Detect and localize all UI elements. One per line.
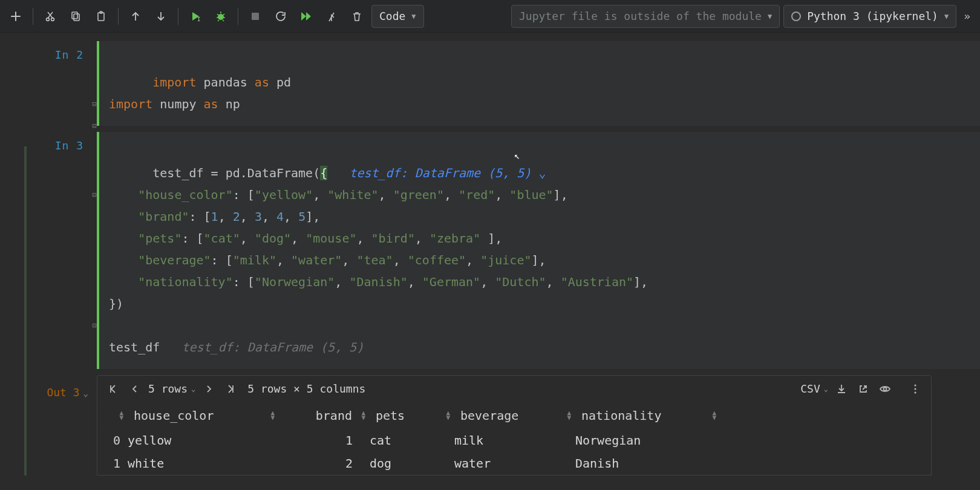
- cell-value: milk: [454, 433, 575, 448]
- output-toolbar: 5 rows⌄ 5 rows × 5 columns CSV⌄: [97, 376, 931, 402]
- cut-button[interactable]: [39, 5, 61, 27]
- svg-point-9: [884, 387, 887, 390]
- page-next-button[interactable]: [200, 381, 217, 397]
- run-cell-button[interactable]: I: [185, 5, 206, 27]
- cell-value: dog: [370, 456, 454, 471]
- svg-rect-4: [98, 13, 104, 21]
- prompt-label: In 3: [0, 132, 97, 369]
- separator: [33, 8, 33, 25]
- open-new-button[interactable]: [855, 381, 872, 397]
- chevron-down-icon: ▼: [768, 12, 772, 21]
- mouse-cursor-icon: ↖: [514, 145, 520, 167]
- sort-icon: ▲▼: [712, 411, 716, 420]
- fold-gutter[interactable]: ⊟⊟: [90, 184, 99, 336]
- sort-icon: ▲▼: [119, 411, 123, 420]
- cell-value: 2: [279, 456, 370, 471]
- kernel-idle-icon: [791, 11, 801, 21]
- cell-value: Danish: [575, 456, 720, 471]
- download-button[interactable]: [833, 381, 850, 397]
- chevron-down-icon: ⌄: [824, 385, 828, 393]
- table-header: ▲▼ house_color▲▼ brand▲▼ pets▲▼ beverage…: [97, 402, 931, 429]
- svg-rect-3: [74, 14, 79, 21]
- code-editor[interactable]: ⊟⊟import pandas as pd import numpy as np: [99, 41, 980, 126]
- cell-type-dropdown[interactable]: Code▼: [371, 5, 424, 28]
- chevron-down-icon[interactable]: ⌄: [83, 388, 88, 398]
- table-row[interactable]: 0 yellow 1 cat milk Norwegian: [97, 429, 931, 452]
- column-header[interactable]: beverage▲▼: [454, 402, 575, 428]
- sort-icon: ▲▼: [361, 411, 365, 420]
- dataframe-output: 5 rows⌄ 5 rows × 5 columns CSV⌄ ▲▼ house…: [97, 375, 932, 475]
- svg-text:I: I: [197, 16, 200, 22]
- separator: [178, 8, 178, 25]
- cell-out-3: Out 3⌄ 5 rows⌄ 5 rows × 5 columns CSV⌄ ▲…: [0, 375, 980, 475]
- page-last-button[interactable]: [222, 381, 239, 397]
- column-header[interactable]: brand▲▼: [279, 402, 370, 428]
- execution-indicator: [24, 146, 27, 475]
- toolbar-overflow-button[interactable]: »: [960, 10, 975, 22]
- rows-dropdown[interactable]: 5 rows⌄: [148, 382, 195, 395]
- add-cell-button[interactable]: [5, 5, 27, 27]
- column-header[interactable]: pets▲▼: [370, 402, 454, 428]
- cell-value: white: [128, 456, 279, 471]
- page-first-button[interactable]: [105, 381, 122, 397]
- copy-button[interactable]: [65, 5, 87, 27]
- delete-cell-button[interactable]: [346, 5, 368, 27]
- column-header[interactable]: house_color▲▼: [128, 402, 279, 428]
- show-hide-button[interactable]: [877, 381, 893, 397]
- notebook-area: ✔ In 2 ⊟⊟import pandas as pd import nump…: [0, 33, 980, 475]
- chevron-down-icon: ⌄: [191, 385, 195, 393]
- column-index[interactable]: ▲▼: [97, 402, 128, 428]
- svg-rect-8: [252, 13, 259, 20]
- sort-icon: ▲▼: [446, 411, 450, 420]
- cell-in-2[interactable]: In 2 ⊟⊟import pandas as pd import numpy …: [0, 41, 980, 126]
- cell-type-label: Code: [379, 10, 405, 22]
- debug-cell-button[interactable]: [210, 5, 232, 27]
- cell-idx: 0: [97, 433, 128, 448]
- column-header[interactable]: nationality▲▼: [575, 402, 720, 428]
- module-status-dropdown[interactable]: Jupyter file is outside of the module▼: [511, 5, 780, 28]
- module-status-label: Jupyter file is outside of the module: [519, 10, 762, 22]
- cell-value: Norwegian: [575, 433, 720, 448]
- rows-summary: 5 rows × 5 columns: [247, 382, 365, 395]
- cell-value: 1: [279, 433, 370, 448]
- svg-rect-2: [72, 12, 77, 19]
- separator: [118, 8, 119, 25]
- more-options-button[interactable]: [907, 381, 924, 397]
- separator: [238, 8, 238, 25]
- prompt-label: Out 3⌄: [0, 375, 97, 475]
- svg-point-12: [914, 391, 916, 393]
- cell-value: cat: [370, 433, 454, 448]
- table-row[interactable]: 1 white 2 dog water Danish: [97, 452, 931, 475]
- interrupt-button[interactable]: [244, 5, 266, 27]
- clear-outputs-button[interactable]: [321, 5, 342, 27]
- notebook-toolbar: I Code▼ Jupyter file is outside of the m…: [0, 0, 980, 33]
- prompt-label: In 2: [0, 41, 97, 126]
- inline-hint[interactable]: test_df: DataFrame (5, 5) ⌄: [349, 166, 546, 180]
- run-all-button[interactable]: [295, 5, 317, 27]
- move-down-button[interactable]: [150, 5, 172, 27]
- code-editor[interactable]: ⊟⊟test_df = pd.DataFrame({ test_df: Data…: [99, 132, 980, 369]
- svg-point-1: [51, 18, 54, 21]
- cell-value: yellow: [128, 433, 279, 448]
- svg-point-0: [47, 18, 50, 21]
- chevron-down-icon: ▼: [944, 12, 949, 21]
- page-prev-button[interactable]: [126, 381, 143, 397]
- chevron-down-icon: ▼: [411, 12, 416, 21]
- export-format-dropdown[interactable]: CSV⌄: [800, 382, 828, 395]
- fold-gutter[interactable]: ⊟⊟: [90, 93, 99, 137]
- move-up-button[interactable]: [125, 5, 146, 27]
- svg-point-10: [914, 384, 916, 386]
- sort-icon: ▲▼: [567, 411, 571, 420]
- svg-point-11: [914, 388, 916, 390]
- restart-button[interactable]: [270, 5, 292, 27]
- inline-hint: test_df: DataFrame (5, 5): [181, 340, 364, 354]
- cell-idx: 1: [97, 456, 128, 471]
- cell-value: water: [454, 456, 575, 471]
- kernel-label: Python 3 (ipykernel): [807, 10, 938, 22]
- cell-in-3[interactable]: In 3 ⊟⊟test_df = pd.DataFrame({ test_df:…: [0, 132, 980, 369]
- paste-button[interactable]: [90, 5, 112, 27]
- kernel-dropdown[interactable]: Python 3 (ipykernel)▼: [783, 5, 956, 28]
- sort-icon: ▲▼: [270, 411, 275, 420]
